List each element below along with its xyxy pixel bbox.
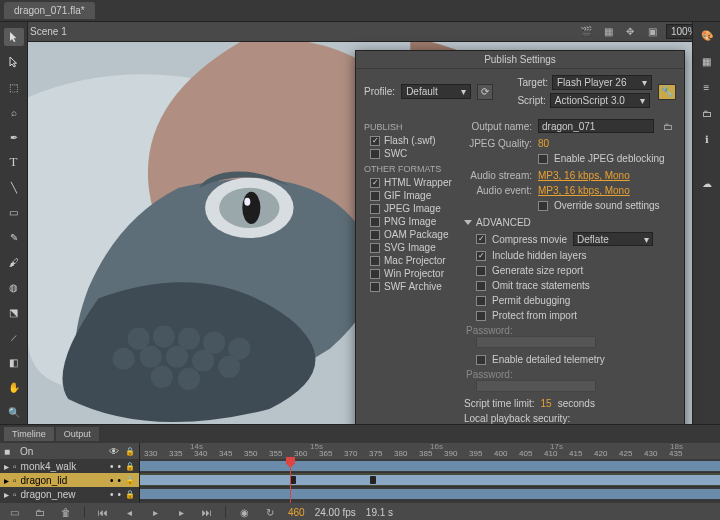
settings-wrench-icon[interactable]: 🔧 bbox=[658, 84, 676, 100]
svg-point-5 bbox=[128, 328, 150, 350]
brush-tool[interactable]: 🖌 bbox=[4, 253, 24, 271]
audio-event-link[interactable]: MP3, 16 kbps, Mono bbox=[538, 185, 630, 196]
audio-stream-label: Audio stream: bbox=[464, 170, 532, 181]
svg-point-15 bbox=[151, 366, 173, 388]
file-tab[interactable]: dragon_071.fla* bbox=[4, 2, 95, 19]
trace-check[interactable] bbox=[476, 281, 486, 291]
output-input[interactable]: dragon_071 bbox=[538, 119, 654, 133]
selection-tool[interactable] bbox=[4, 28, 24, 46]
svg-point-7 bbox=[178, 328, 200, 350]
text-tool[interactable]: T bbox=[4, 153, 24, 171]
time-label: 19.1 s bbox=[366, 507, 393, 518]
profile-label: Profile: bbox=[364, 86, 395, 97]
scene-toolbar: ⇦ Scene 1 🎬 ▦ ✥ ▣ 100%▾ bbox=[0, 22, 720, 42]
fmt-jpeg[interactable]: JPEG Image bbox=[364, 202, 456, 215]
play-icon[interactable]: ▸ bbox=[147, 504, 163, 520]
compress-check[interactable] bbox=[476, 234, 486, 244]
scene-icon[interactable]: ▦ bbox=[600, 24, 616, 40]
color-panel-icon[interactable]: 🎨 bbox=[697, 26, 717, 44]
paint-tool[interactable]: ⬔ bbox=[4, 303, 24, 321]
script-select[interactable]: ActionScript 3.0▾ bbox=[550, 93, 650, 108]
hidden-check[interactable] bbox=[476, 251, 486, 261]
svg-point-6 bbox=[153, 326, 175, 348]
stl-value[interactable]: 15 bbox=[541, 398, 552, 409]
first-frame-icon[interactable]: ⏮ bbox=[95, 504, 111, 520]
jpeg-q-value[interactable]: 80 bbox=[538, 138, 549, 149]
lasso-tool[interactable]: ⌕ bbox=[4, 103, 24, 121]
layer-row[interactable]: ▸▫monk4_walk••🔒 bbox=[0, 459, 139, 473]
frame-area[interactable]: 14s 15s 16s 17s 18s 330 335 340 345 350 … bbox=[140, 443, 720, 503]
protect-check[interactable] bbox=[476, 311, 486, 321]
onion-icon[interactable]: ◉ bbox=[236, 504, 252, 520]
cc-icon[interactable]: ☁ bbox=[697, 174, 717, 192]
bucket-tool[interactable]: ◍ bbox=[4, 278, 24, 296]
svg-point-3 bbox=[242, 192, 260, 224]
align-icon[interactable]: ≡ bbox=[697, 78, 717, 96]
fmt-swc[interactable]: SWC bbox=[364, 147, 456, 160]
clapper-icon[interactable]: 🎬 bbox=[578, 24, 594, 40]
subselect-tool[interactable] bbox=[4, 53, 24, 71]
stl-label: Script time limit: bbox=[464, 398, 535, 409]
line-tool[interactable]: ╲ bbox=[4, 178, 24, 196]
next-frame-icon[interactable]: ▸ bbox=[173, 504, 189, 520]
zoom-tool[interactable]: 🔍 bbox=[4, 403, 24, 421]
playhead[interactable] bbox=[290, 459, 291, 503]
rect-tool[interactable]: ▭ bbox=[4, 203, 24, 221]
debug-label: Permit debugging bbox=[492, 295, 570, 306]
advanced-toggle[interactable]: ADVANCED bbox=[464, 217, 676, 228]
pen-tool[interactable]: ✒ bbox=[4, 128, 24, 146]
trash-icon[interactable]: 🗑 bbox=[58, 504, 74, 520]
layer-row[interactable]: ▸▫dragon_new••🔒 bbox=[0, 487, 139, 501]
fmt-gif[interactable]: GIF Image bbox=[364, 189, 456, 202]
hidden-label: Include hidden layers bbox=[492, 250, 587, 261]
override-sound-check[interactable] bbox=[538, 201, 548, 211]
protect-label: Protect from import bbox=[492, 310, 577, 321]
pencil-tool[interactable]: ✎ bbox=[4, 228, 24, 246]
jpeg-deblock-check[interactable] bbox=[538, 154, 548, 164]
fmt-svg[interactable]: SVG Image bbox=[364, 241, 456, 254]
fmt-flash[interactable]: Flash (.swf) bbox=[364, 134, 456, 147]
layer-list: ■On👁🔒 ▸▫monk4_walk••🔒 ▸▫dragon_lid••🔒 ▸▫… bbox=[0, 443, 140, 503]
last-frame-icon[interactable]: ⏭ bbox=[199, 504, 215, 520]
format-list: PUBLISH Flash (.swf) SWC OTHER FORMATS H… bbox=[364, 118, 456, 473]
library-icon[interactable]: 🗀 bbox=[697, 104, 717, 122]
telemetry-check[interactable] bbox=[476, 355, 486, 365]
browse-icon[interactable]: 🗀 bbox=[660, 118, 676, 134]
fmt-oam[interactable]: OAM Package bbox=[364, 228, 456, 241]
fmt-swfa[interactable]: SWF Archive bbox=[364, 280, 456, 293]
hand-tool[interactable]: ✋ bbox=[4, 378, 24, 396]
fmt-html[interactable]: HTML Wrapper bbox=[364, 176, 456, 189]
fmt-png[interactable]: PNG Image bbox=[364, 215, 456, 228]
jpeg-deblock-label: Enable JPEG deblocking bbox=[554, 153, 665, 164]
tab-timeline[interactable]: Timeline bbox=[4, 427, 54, 441]
script-label: Script: bbox=[517, 95, 545, 106]
loop-icon[interactable]: ↻ bbox=[262, 504, 278, 520]
profile-options-icon[interactable]: ⟳ bbox=[477, 84, 493, 100]
info-icon[interactable]: ℹ bbox=[697, 130, 717, 148]
svg-point-13 bbox=[218, 356, 240, 378]
current-frame[interactable]: 460 bbox=[288, 507, 305, 518]
compress-select[interactable]: Deflate▾ bbox=[573, 232, 653, 246]
transform-tool[interactable]: ⬚ bbox=[4, 78, 24, 96]
center-icon[interactable]: ✥ bbox=[622, 24, 638, 40]
audio-event-label: Audio event: bbox=[464, 185, 532, 196]
size-check[interactable] bbox=[476, 266, 486, 276]
swatches-icon[interactable]: ▦ bbox=[697, 52, 717, 70]
grid-icon[interactable]: ▣ bbox=[644, 24, 660, 40]
tab-output[interactable]: Output bbox=[56, 427, 99, 441]
trace-label: Omit trace statements bbox=[492, 280, 590, 291]
new-folder-icon[interactable]: 🗀 bbox=[32, 504, 48, 520]
debug-check[interactable] bbox=[476, 296, 486, 306]
override-sound-label: Override sound settings bbox=[554, 200, 660, 211]
eraser-tool[interactable]: ◧ bbox=[4, 353, 24, 371]
target-select[interactable]: Flash Player 26▾ bbox=[552, 75, 652, 90]
layer-row[interactable]: ▸▫dragon_lid••🔒 bbox=[0, 473, 139, 487]
fmt-mac[interactable]: Mac Projector bbox=[364, 254, 456, 267]
profile-select[interactable]: Default▾ bbox=[401, 84, 471, 99]
eyedrop-tool[interactable]: ⟋ bbox=[4, 328, 24, 346]
prev-frame-icon[interactable]: ◂ bbox=[121, 504, 137, 520]
new-layer-icon[interactable]: ▭ bbox=[6, 504, 22, 520]
audio-stream-link[interactable]: MP3, 16 kbps, Mono bbox=[538, 170, 630, 181]
fmt-win[interactable]: Win Projector bbox=[364, 267, 456, 280]
size-label: Generate size report bbox=[492, 265, 583, 276]
